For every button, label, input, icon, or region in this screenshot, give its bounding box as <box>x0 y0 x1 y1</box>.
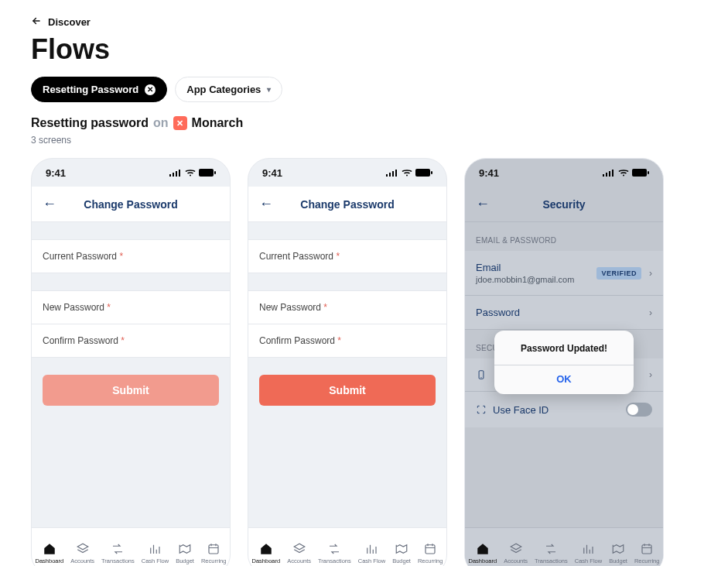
current-password-field[interactable]: Current Password * <box>32 239 230 273</box>
svg-rect-11 <box>395 170 397 177</box>
verified-badge: VERIFIED <box>596 267 641 280</box>
tab-transactions[interactable]: Transactions <box>101 542 135 564</box>
nav-header: ← Security <box>465 187 663 222</box>
tabbar: Dashboard Accounts Transactions Cash Flo… <box>465 527 663 566</box>
wifi-icon <box>402 169 412 177</box>
nav-header: ← Change Password <box>248 187 446 222</box>
subtitle: Resetting password on ✕ Monarch <box>31 116 697 130</box>
svg-rect-0 <box>169 174 171 177</box>
screen-3[interactable]: 9:41 ← Security EMAIL & PASSWORD Email j… <box>464 158 664 566</box>
tab-recurring[interactable]: Recurring <box>418 542 443 564</box>
screens-count: 3 screens <box>31 135 697 146</box>
wifi-icon <box>618 169 629 177</box>
email-label: Email <box>476 262 574 273</box>
phone-body: Current Password * New Password * Confir… <box>248 222 446 527</box>
new-password-field[interactable]: New Password * <box>32 290 230 324</box>
svg-rect-5 <box>199 169 214 177</box>
battery-icon <box>632 169 649 177</box>
tab-transactions[interactable]: Transactions <box>318 542 351 564</box>
tabbar: Dashboard Accounts Transactions Cash Flo… <box>248 527 446 566</box>
tab-budget[interactable]: Budget <box>392 542 411 564</box>
submit-button[interactable]: Submit <box>259 375 436 406</box>
svg-rect-25 <box>642 545 651 554</box>
cellular-signal-icon <box>169 169 182 177</box>
battery-icon <box>199 169 216 177</box>
tab-recurring[interactable]: Recurring <box>634 542 660 564</box>
confirm-password-field[interactable]: Confirm Password * <box>248 324 446 358</box>
status-time: 9:41 <box>46 167 66 179</box>
password-row[interactable]: Password › <box>465 296 663 330</box>
svg-point-12 <box>406 175 408 177</box>
tab-accounts[interactable]: Accounts <box>70 542 94 564</box>
phone-body: EMAIL & PASSWORD Email jdoe.mobbin1@gmai… <box>465 222 663 527</box>
tab-dashboard[interactable]: Dashboard <box>469 542 497 564</box>
screens-row: 9:41 ← Change Password Current Password … <box>31 158 697 566</box>
submit-button[interactable]: Submit <box>43 375 219 406</box>
tab-recurring[interactable]: Recurring <box>201 542 227 564</box>
svg-point-24 <box>480 377 481 378</box>
subtitle-prefix: Resetting password <box>31 116 149 130</box>
email-value: jdoe.mobbin1@gmail.com <box>476 275 574 284</box>
confirm-password-field[interactable]: Confirm Password * <box>32 324 230 358</box>
page-title: Flows <box>31 33 697 66</box>
tab-budget[interactable]: Budget <box>176 542 194 564</box>
subtitle-on: on <box>153 116 169 130</box>
email-row[interactable]: Email jdoe.mobbin1@gmail.com VERIFIED › <box>465 251 663 296</box>
faceid-label: Use Face ID <box>493 404 549 416</box>
nav-back-button[interactable]: ← <box>43 196 56 212</box>
phone-body: Current Password * New Password * Confir… <box>32 222 230 527</box>
tab-cashflow[interactable]: Cash Flow <box>358 542 385 564</box>
password-label: Password <box>476 307 520 318</box>
new-password-field[interactable]: New Password * <box>248 290 446 324</box>
tab-transactions[interactable]: Transactions <box>535 542 568 564</box>
tab-accounts[interactable]: Accounts <box>287 542 311 564</box>
app-categories-chip-label: App Categories <box>186 84 261 95</box>
svg-point-20 <box>623 175 624 177</box>
svg-rect-17 <box>606 173 607 177</box>
status-time: 9:41 <box>479 167 499 179</box>
nav-title: Change Password <box>248 198 446 211</box>
nav-header: ← Change Password <box>32 187 230 222</box>
password-updated-modal: Password Updated! OK <box>494 331 634 394</box>
flow-chip-label: Resetting Password <box>43 84 138 95</box>
status-bar: 9:41 <box>465 159 663 187</box>
modal-ok-button[interactable]: OK <box>494 365 634 394</box>
svg-rect-14 <box>431 171 432 174</box>
svg-rect-10 <box>392 171 394 177</box>
back-to-discover-link[interactable]: Discover <box>31 15 697 29</box>
tab-cashflow[interactable]: Cash Flow <box>142 542 169 564</box>
svg-rect-6 <box>214 171 216 174</box>
section-label-email-password: EMAIL & PASSWORD <box>465 222 663 251</box>
svg-rect-2 <box>176 171 177 177</box>
back-arrow-icon <box>31 15 42 29</box>
faceid-toggle[interactable] <box>626 403 652 417</box>
svg-rect-16 <box>603 174 604 177</box>
nav-back-button[interactable]: ← <box>476 196 490 212</box>
svg-rect-21 <box>632 169 647 177</box>
subtitle-app-name: Monarch <box>192 116 244 130</box>
flow-chip[interactable]: Resetting Password ✕ <box>31 77 167 102</box>
cellular-signal-icon <box>386 169 398 177</box>
tab-budget[interactable]: Budget <box>609 542 627 564</box>
chevron-right-icon: › <box>649 268 652 279</box>
tab-accounts[interactable]: Accounts <box>504 542 528 564</box>
modal-title: Password Updated! <box>494 331 634 365</box>
screen-2[interactable]: 9:41 ← Change Password Current Password … <box>248 158 447 566</box>
wifi-icon <box>185 169 196 177</box>
tab-cashflow[interactable]: Cash Flow <box>575 542 602 564</box>
tab-dashboard[interactable]: Dashboard <box>36 542 64 564</box>
chevron-down-icon: ▾ <box>267 85 271 94</box>
current-password-field[interactable]: Current Password * <box>248 239 446 273</box>
nav-back-button[interactable]: ← <box>259 196 273 212</box>
faceid-icon <box>476 404 487 415</box>
app-categories-chip[interactable]: App Categories ▾ <box>175 77 282 102</box>
screen-1[interactable]: 9:41 ← Change Password Current Password … <box>31 158 231 566</box>
svg-rect-19 <box>612 170 614 177</box>
back-link-label: Discover <box>48 16 91 28</box>
tab-dashboard[interactable]: Dashboard <box>252 542 281 564</box>
nav-title: Security <box>465 198 663 211</box>
faceid-row[interactable]: Use Face ID <box>465 392 663 427</box>
svg-rect-8 <box>386 174 388 177</box>
svg-rect-22 <box>648 171 649 174</box>
close-icon[interactable]: ✕ <box>145 84 156 95</box>
